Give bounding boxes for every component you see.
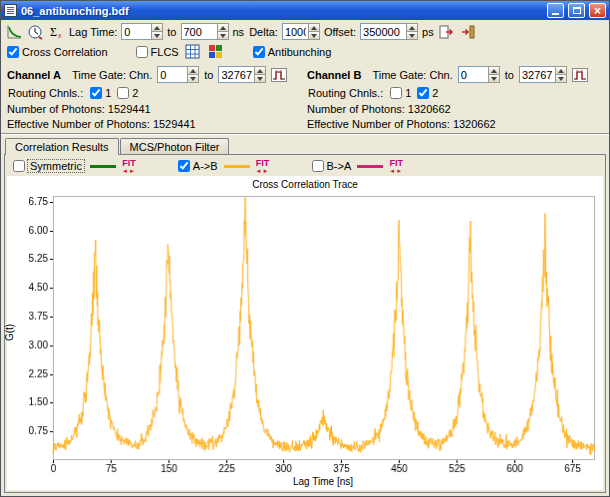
options-row: Cross Correlation FLCS Antibunching (1, 42, 609, 63)
fit-label: FIT (389, 159, 403, 168)
spin-down-button[interactable] (488, 75, 500, 83)
symmetric-fit-button[interactable]: FIT ◄► (122, 159, 136, 174)
channel-a-eff-photons-label: Effective Number of Photons: (7, 118, 150, 130)
a-to-b-checkbox[interactable]: A->B (178, 160, 218, 172)
symmetric-checkbox-input[interactable] (13, 160, 25, 172)
spin-up-button[interactable] (555, 66, 567, 75)
channel-a-routing-1-label: 1 (105, 87, 111, 99)
b-to-a-checkbox[interactable]: B->A (312, 160, 352, 172)
lag-from-input[interactable] (121, 23, 151, 40)
exit-icon[interactable] (459, 23, 477, 40)
tab-correlation-results[interactable]: Correlation Results (5, 138, 119, 155)
spin-down-button[interactable] (254, 75, 266, 83)
lag-from-spinner[interactable] (121, 23, 163, 40)
delta-label: Delta: (248, 26, 279, 38)
correlation-curve-icon[interactable] (5, 23, 23, 40)
spin-down-button[interactable] (151, 32, 163, 40)
channel-a-photons-label: Number of Photons: (7, 103, 105, 115)
lag-time-label: Lag Time: (68, 26, 118, 38)
window-title: 06_antibunching.bdf (21, 5, 543, 17)
maximize-button[interactable] (568, 3, 585, 18)
tab-content: Symmetric FIT ◄► A->B FIT ◄► (4, 154, 606, 493)
symmetric-checkbox[interactable]: Symmetric (13, 160, 84, 172)
tab-mcs-photon-filter[interactable]: MCS/Photon Filter (120, 138, 230, 154)
channel-b-gate-from-input[interactable] (458, 66, 488, 83)
channel-a-routing-1-checkbox[interactable]: 1 (90, 87, 111, 99)
delta-spinner[interactable] (282, 23, 320, 40)
ps-unit-label: ps (421, 26, 435, 38)
lag-to-spinner[interactable] (181, 23, 229, 40)
spin-up-button[interactable] (217, 23, 229, 32)
channel-a-routing-2-checkbox[interactable]: 2 (117, 87, 138, 99)
channel-b-gate-from-spinner[interactable] (458, 66, 500, 83)
flcs-pattern-icon[interactable] (184, 43, 202, 60)
clock-icon[interactable] (26, 23, 44, 40)
channel-b-routing-2-checkbox[interactable]: 2 (417, 87, 438, 99)
a-to-b-label: A->B (193, 160, 218, 172)
b-to-a-line-swatch (357, 165, 383, 168)
spin-down-button[interactable] (217, 32, 229, 40)
chart-area: Cross Correlation Trace G(t) Lag Time [n… (7, 176, 603, 490)
spin-up-button[interactable] (254, 66, 266, 75)
flcs-checkbox[interactable]: FLCS (136, 46, 179, 58)
lag-to-input[interactable] (181, 23, 217, 40)
channel-b-section: Channel B Time Gate: Chn. to Routing Chn… (307, 65, 603, 131)
ns-unit-label: ns (232, 26, 246, 38)
channel-a-time-gate-icon[interactable] (270, 66, 288, 83)
symmetric-label: Symmetric (28, 160, 84, 172)
spin-down-button[interactable] (187, 75, 199, 83)
delta-input[interactable] (282, 23, 308, 40)
channel-b-routing-1-checkbox[interactable]: 1 (390, 87, 411, 99)
export-icon[interactable] (438, 23, 456, 40)
offset-spinner[interactable] (360, 23, 418, 40)
tab-correlation-results-label: Correlation Results (15, 141, 109, 153)
legend-item-b-to-a: B->A FIT ◄► (312, 159, 404, 174)
spin-down-button[interactable] (555, 75, 567, 83)
close-button[interactable]: × (589, 3, 606, 18)
legend-row: Symmetric FIT ◄► A->B FIT ◄► (5, 155, 605, 176)
channel-b-routing-1-input[interactable] (390, 87, 402, 99)
lag-to-label: to (166, 26, 177, 38)
channel-a-gate-to-input[interactable] (218, 66, 254, 83)
spin-up-button[interactable] (308, 23, 320, 32)
channel-b-routing-1-label: 1 (405, 87, 411, 99)
b-to-a-label: B->A (327, 160, 352, 172)
spin-down-button[interactable] (308, 32, 320, 40)
flcs-palette-icon[interactable] (207, 43, 225, 60)
a-to-b-fit-button[interactable]: FIT ◄► (256, 159, 270, 174)
symmetric-line-swatch (90, 165, 116, 168)
channel-a-routing-2-label: 2 (132, 87, 138, 99)
spin-down-button[interactable] (406, 32, 418, 40)
cross-correlation-checkbox-input[interactable] (7, 46, 19, 58)
b-to-a-fit-button[interactable]: FIT ◄► (389, 159, 403, 174)
a-to-b-checkbox-input[interactable] (178, 160, 190, 172)
channel-a-time-gate-label: Time Gate: Chn. (71, 69, 153, 81)
spin-up-button[interactable] (187, 66, 199, 75)
channel-b-gate-to-spinner[interactable] (519, 66, 567, 83)
channel-a-gate-from-input[interactable] (157, 66, 187, 83)
channel-a-gate-from-spinner[interactable] (157, 66, 199, 83)
flcs-checkbox-input[interactable] (136, 46, 148, 58)
channel-a-section: Channel A Time Gate: Chn. to Routing Chn… (7, 65, 307, 131)
channel-a-gate-to-spinner[interactable] (218, 66, 266, 83)
channel-a-routing-2-input[interactable] (117, 87, 129, 99)
spin-up-button[interactable] (151, 23, 163, 32)
channel-b-routing-2-input[interactable] (417, 87, 429, 99)
channel-b-gate-to-input[interactable] (519, 66, 555, 83)
antibunching-checkbox[interactable]: Antibunching (253, 46, 332, 58)
channel-a-routing-label: Routing Chnls.: (7, 87, 84, 99)
channel-a-photons-value: 1529441 (108, 103, 151, 115)
minimize-button[interactable] (547, 3, 564, 18)
offset-input[interactable] (360, 23, 406, 40)
channel-b-time-gate-icon[interactable] (571, 66, 589, 83)
correlation-chart[interactable] (19, 191, 603, 476)
sum-icon[interactable]: Σx (47, 23, 65, 40)
cross-correlation-checkbox[interactable]: Cross Correlation (7, 46, 108, 58)
fit-arrows-icon: ◄► (389, 168, 403, 174)
title-bar[interactable]: 06_antibunching.bdf × (1, 1, 609, 20)
channel-a-routing-1-input[interactable] (90, 87, 102, 99)
b-to-a-checkbox-input[interactable] (312, 160, 324, 172)
spin-up-button[interactable] (488, 66, 500, 75)
spin-up-button[interactable] (406, 23, 418, 32)
antibunching-checkbox-input[interactable] (253, 46, 265, 58)
